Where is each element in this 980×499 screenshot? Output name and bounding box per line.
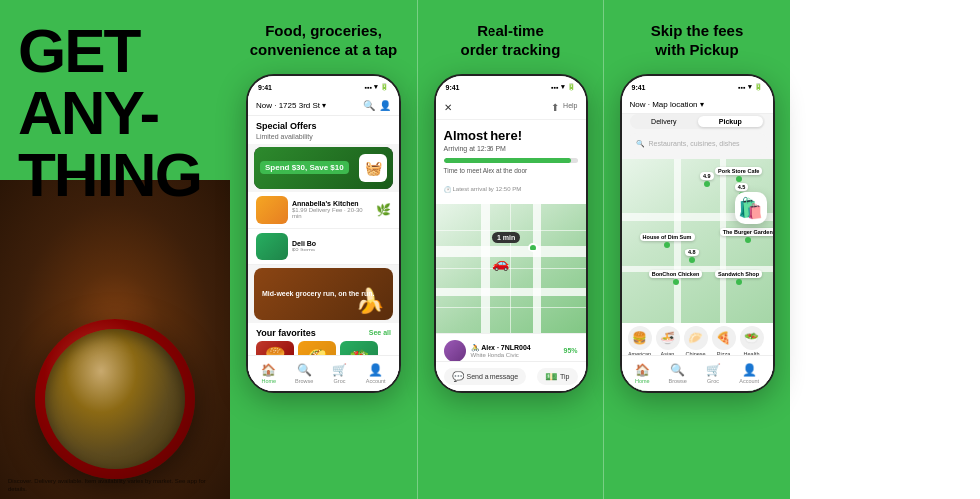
pin-bagel-dot [704,181,710,187]
tip-icon: 💵 [545,371,557,382]
nav-browse[interactable]: 🔍 Browse [295,363,313,384]
panel-food-caption: Food, groceries,convenience at a tap [250,22,398,60]
hero-line3: THING [18,140,201,209]
pickup-account-label: Account [739,378,759,384]
hero-line2: ANY- [18,78,158,147]
pickup-nav-home[interactable]: 🏠 Home [635,363,650,384]
pin-bonchon-dot [673,279,679,285]
tracking-status-bar: 9:41 ▪▪▪ ▾ 🔋 [436,76,586,96]
phone-food-content: Now · 1725 3rd St ▾ 🔍 👤 Special Offers L… [248,96,399,391]
nav-grocery[interactable]: 🛒 Groc [332,363,347,384]
restaurant-item-1[interactable]: Annabella's Kitchen $1.99 Delivery Fee ·… [248,192,399,229]
progress-pct: 95% [563,347,577,354]
restaurant-name-1: Annabella's Kitchen [292,200,372,207]
category-american[interactable]: 🍔 American [628,326,652,357]
hero-bowl [35,319,195,479]
tracking-title: Almost here! [444,128,578,143]
pickup-grocery-icon: 🛒 [706,363,721,377]
phone-food: 9:41 ▪▪▪ ▾ 🔋 Now · 1725 3rd St ▾ 🔍 👤 Spe… [246,74,401,393]
help-text[interactable]: Help [563,102,577,113]
pin-bagel-label: 4.9 [700,172,714,180]
map-pin-bagel: 4.9 [700,172,714,187]
pizza-icon: 🍕 [712,326,736,350]
category-chinese[interactable]: 🥟 Chinese [684,326,708,357]
user-icon[interactable]: 👤 [379,100,391,111]
health-icon: 🥗 [740,326,764,350]
panel-pickup-caption: Skip the feeswith Pickup [651,22,744,60]
pickup-browse-label: Browse [669,378,687,384]
driver-car: White Honda Civic [471,352,559,358]
tracking-map: 🚗 1 min [436,204,586,333]
grocery-banner[interactable]: Mid-week grocery run, on the run. 🍌 [254,268,393,320]
tracking-content: ✕ ⬆ Help Almost here! Arriving at 12:36 … [436,96,586,391]
tracking-battery-icon: 🔋 [567,83,576,91]
pin-dimsum-dot [664,242,670,248]
category-health[interactable]: 🥗 Health [740,326,764,357]
message-button[interactable]: 💬 Send a message [444,368,527,385]
pickup-browse-icon: 🔍 [670,363,685,377]
pickup-grocery-label: Groc [707,378,719,384]
restaurant-info-2: Deli Bo $0 Items [292,240,391,252]
restaurant-leaf-icon: 🌿 [376,203,391,217]
restaurant-meta-1: $1.99 Delivery Fee · 20-30 min [292,207,372,219]
status-icons: ▪▪▪ ▾ 🔋 [365,83,389,91]
account-icon: 👤 [368,363,383,377]
clock-icon: 🕐 [444,186,451,193]
signal-icon: ▪▪▪ [365,84,372,91]
special-offers-subtitle: Limited availability [248,133,399,144]
home-icon: 🏠 [261,363,276,377]
nav-account[interactable]: 👤 Account [366,363,386,384]
pin-pork-dot [736,176,742,182]
tip-button[interactable]: 💵 Tip [537,368,577,385]
offer-basket-icon: 🧺 [359,154,387,182]
close-button[interactable]: ✕ [444,102,452,113]
browse-icon: 🔍 [297,363,312,377]
tracking-status-icons: ▪▪▪ ▾ 🔋 [551,83,575,91]
phone-pickup: 9:41 ▪▪▪ ▾ 🔋 Now · Map location ▾ Delive… [620,74,775,393]
nav-home[interactable]: 🏠 Home [261,363,276,384]
search-bar[interactable]: 🔍 Restaurants, cuisines, dishes [628,133,767,155]
pin-burger-dot [745,237,751,243]
pin-rating2-dot [689,257,695,263]
chinese-icon: 🥟 [684,326,708,350]
restaurant-item-2[interactable]: Deli Bo $0 Items [248,229,399,265]
nav-account-label: Account [366,378,386,384]
pickup-location[interactable]: Now · Map location ▾ [630,100,704,109]
progress-fill [444,158,571,163]
tracking-actions: ⬆ Help [551,102,577,113]
hero-line1: GET [18,16,139,85]
search-icon[interactable]: 🔍 [363,100,375,111]
pin-bonchon-label: BonChon Chicken [649,270,703,278]
restaurant-list: Annabella's Kitchen $1.99 Delivery Fee ·… [248,192,399,265]
category-asian[interactable]: 🍜 Asian [656,326,680,357]
pickup-nav-browse[interactable]: 🔍 Browse [669,363,687,384]
category-pizza[interactable]: 🍕 Pizza [712,326,736,357]
nav-actions: 🔍 👤 [363,100,391,111]
status-bar: 9:41 ▪▪▪ ▾ 🔋 [248,76,399,96]
panel-pickup: Skip the feeswith Pickup 9:41 ▪▪▪ ▾ 🔋 No… [603,0,790,499]
map-pin-bonchon: BonChon Chicken [649,270,703,285]
pickup-nav-grocery[interactable]: 🛒 Groc [706,363,721,384]
pickup-signal-icon: ▪▪▪ [738,84,745,91]
upload-icon[interactable]: ⬆ [551,102,559,113]
map-pin-rating2: 4.8 [685,249,699,263]
pin-burger-label: The Burger Garden [720,228,773,236]
delivery-option[interactable]: Delivery [632,116,697,127]
nav-location[interactable]: Now · 1725 3rd St ▾ [256,101,326,110]
pickup-option[interactable]: Pickup [698,116,763,127]
offer-card[interactable]: Spend $30, Save $10 🧺 [254,147,393,189]
pickup-status-bar: 9:41 ▪▪▪ ▾ 🔋 [622,76,773,96]
american-icon: 🍔 [628,326,652,350]
floating-bag-icon: 🛍️ [735,192,767,224]
driver-icon: 🚴 [471,344,480,351]
app-nav-bar: Now · 1725 3rd St ▾ 🔍 👤 [248,96,399,116]
nav-browse-label: Browse [295,378,313,384]
pin-sandwich-label: Sandwich Shop [715,270,762,278]
latest-arrival: 🕐 Latest arrival by 12:50 PM [444,186,522,193]
see-all-link[interactable]: See all [369,329,391,336]
restaurant-info-1: Annabella's Kitchen $1.99 Delivery Fee ·… [292,200,372,219]
destination-marker [528,243,538,252]
favorites-header: Your favorites See all [248,323,399,341]
pin-pork-label: Pork Store Cafe [715,167,762,175]
pickup-nav-account[interactable]: 👤 Account [739,363,759,384]
